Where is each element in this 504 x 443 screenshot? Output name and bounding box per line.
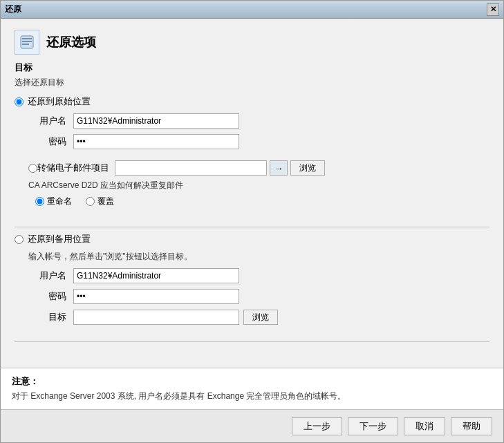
target-section-title: 目标 bbox=[15, 62, 489, 74]
option2-radio-row: 转储电子邮件项目 → 浏览 bbox=[15, 160, 489, 176]
duplicate-options: 重命名 覆盖 bbox=[15, 196, 489, 207]
option1-password-input[interactable] bbox=[73, 134, 239, 149]
option3-target-group: 目标 浏览 bbox=[15, 310, 489, 325]
option1-block: 还原到原始位置 用户名 密码 bbox=[15, 95, 489, 155]
option3-username-input[interactable] bbox=[73, 268, 239, 283]
help-button[interactable]: 帮助 bbox=[451, 417, 492, 435]
overwrite-option: 覆盖 bbox=[86, 196, 114, 207]
option1-label[interactable]: 还原到原始位置 bbox=[28, 95, 91, 108]
option3-radio-row: 还原到备用位置 bbox=[15, 233, 489, 245]
option3-hint-row: 输入帐号，然后单击"浏览"按钮以选择目标。 bbox=[15, 251, 489, 263]
note-text: 对于 Exchange Server 2003 系统, 用户名必须是具有 Exc… bbox=[12, 390, 492, 402]
option1-radio[interactable] bbox=[15, 97, 24, 106]
duplicate-label: CA ARCserve D2D 应当如何解决重复邮件 bbox=[15, 180, 489, 191]
prev-button[interactable]: 上一步 bbox=[292, 417, 342, 435]
title-bar: 还原 ✕ bbox=[1, 1, 503, 19]
cancel-button[interactable]: 取消 bbox=[404, 417, 445, 435]
window-title: 还原 bbox=[5, 3, 21, 15]
page-title: 还原选项 bbox=[46, 34, 96, 50]
option3-target-input[interactable] bbox=[73, 310, 239, 325]
option3-browse-button[interactable]: 浏览 bbox=[243, 310, 278, 325]
option1-username-group: 用户名 bbox=[15, 113, 489, 129]
option3-password-group: 密码 bbox=[15, 289, 489, 304]
option3-label[interactable]: 还原到备用位置 bbox=[28, 233, 91, 245]
option1-radio-row: 还原到原始位置 bbox=[15, 95, 489, 108]
option3-username-label: 用户名 bbox=[28, 270, 66, 282]
divider1 bbox=[15, 227, 489, 227]
target-section-subtitle: 选择还原目标 bbox=[15, 77, 489, 88]
svg-rect-1 bbox=[22, 38, 32, 39]
overwrite-radio[interactable] bbox=[86, 197, 95, 206]
option2-arrow-button[interactable]: → bbox=[270, 160, 288, 176]
option2-browse-button[interactable]: 浏览 bbox=[290, 160, 325, 176]
option2-block: 转储电子邮件项目 → 浏览 CA ARCserve D2D 应当如何解决重复邮件… bbox=[15, 160, 489, 216]
content-area: 还原选项 目标 选择还原目标 还原到原始位置 用户名 密码 转储电子邮件项 bbox=[1, 19, 503, 368]
option2-label[interactable]: 转储电子邮件项目 bbox=[37, 162, 109, 174]
note-section: 注意： 对于 Exchange Server 2003 系统, 用户名必须是具有… bbox=[1, 368, 503, 409]
next-button[interactable]: 下一步 bbox=[348, 417, 398, 435]
rename-radio[interactable] bbox=[35, 197, 44, 206]
svg-rect-3 bbox=[22, 44, 29, 45]
main-window: 还原 ✕ 还原选项 目标 选择还原目标 还原到原始位置 bbox=[0, 0, 504, 443]
option3-password-input[interactable] bbox=[73, 289, 239, 304]
option1-username-label: 用户名 bbox=[28, 115, 66, 127]
footer: 上一步 下一步 取消 帮助 bbox=[1, 409, 503, 442]
close-button[interactable]: ✕ bbox=[487, 3, 499, 16]
overwrite-label[interactable]: 覆盖 bbox=[97, 196, 114, 207]
svg-rect-2 bbox=[22, 41, 32, 42]
rename-label[interactable]: 重命名 bbox=[47, 196, 72, 207]
note-title: 注意： bbox=[12, 375, 492, 388]
option3-username-group: 用户名 bbox=[15, 268, 489, 283]
option2-radio[interactable] bbox=[28, 164, 37, 173]
header: 还原选项 bbox=[15, 30, 489, 55]
option2-path-input[interactable] bbox=[115, 160, 267, 176]
option3-hint: 输入帐号，然后单击"浏览"按钮以选择目标。 bbox=[28, 251, 489, 263]
option1-username-input[interactable] bbox=[73, 113, 239, 129]
header-icon bbox=[15, 30, 39, 55]
divider2 bbox=[15, 341, 489, 342]
rename-option: 重命名 bbox=[35, 196, 72, 207]
option3-password-label: 密码 bbox=[28, 290, 66, 303]
option3-block: 还原到备用位置 输入帐号，然后单击"浏览"按钮以选择目标。 用户名 密码 目标 … bbox=[15, 233, 489, 330]
option3-target-label: 目标 bbox=[28, 311, 66, 323]
option1-password-group: 密码 bbox=[15, 134, 489, 149]
option1-password-label: 密码 bbox=[28, 135, 66, 148]
option3-radio[interactable] bbox=[15, 235, 24, 244]
